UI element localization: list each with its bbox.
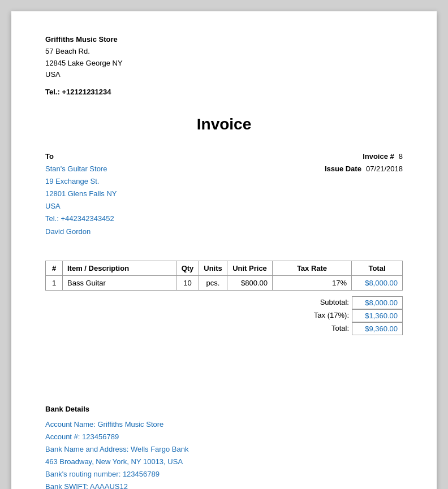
sender-address1: 57 Beach Rd. [45, 46, 403, 58]
invoice-title: Invoice [45, 115, 403, 133]
bank-account-num: Account #: 123456789 [45, 431, 403, 443]
total-value: $9,360.00 [352, 322, 403, 335]
subtotal-label: Subtotal: [307, 296, 352, 309]
tel-label: Tel.: [45, 88, 60, 96]
sender-info: Griffiths Music Store 57 Beach Rd. 12845… [45, 34, 403, 98]
bank-routing: Bank's routing number: 123456789 [45, 468, 403, 481]
recipient-address1: 19 Exchange St. [45, 177, 99, 185]
invoice-page: Griffiths Music Store 57 Beach Rd. 12845… [11, 11, 437, 489]
bank-account-name: Account Name: Griffiths Music Store [45, 418, 403, 431]
invoice-num-label: Invoice # [363, 150, 394, 163]
recipient-contact: David Gordon [45, 227, 91, 236]
col-hash: # [46, 261, 63, 275]
totals-section: Subtotal: $8,000.00 Tax (17%): $1,360.00… [45, 296, 403, 335]
col-item: Item / Description [63, 261, 176, 275]
issue-date-row: Issue Date 07/21/2018 [325, 163, 403, 175]
cell-qty: 10 [176, 275, 199, 290]
issue-date-value: 07/21/2018 [366, 163, 403, 175]
table-header-row: # Item / Description Qty Units Unit Pric… [46, 261, 403, 275]
subtotal-row: Subtotal: $8,000.00 [45, 296, 403, 309]
tax-value: $1,360.00 [352, 309, 403, 322]
sender-name: Griffiths Music Store [45, 34, 403, 46]
recipient-country: USA [45, 202, 61, 210]
bank-swift: Bank SWIFT: AAAAUS12 [45, 481, 403, 489]
invoice-table: # Item / Description Qty Units Unit Pric… [45, 261, 403, 291]
invoice-meta: Invoice # 8 Issue Date 07/21/2018 [325, 150, 403, 238]
cell-units: pcs. [199, 275, 227, 290]
subtotal-value: $8,000.00 [352, 296, 403, 309]
table-row: 1 Bass Guitar 10 pcs. $800.00 17% $8,000… [46, 275, 403, 290]
col-qty: Qty [176, 261, 199, 275]
col-tax-rate: Tax Rate [273, 261, 352, 275]
issue-date-label: Issue Date [325, 163, 361, 175]
bank-title: Bank Details [45, 403, 403, 416]
bank-name: Bank Name and Address: Wells Fargo Bank [45, 443, 403, 456]
col-unit-price: Unit Price [227, 261, 273, 275]
cell-tax-rate: 17% [273, 275, 352, 290]
recipient-name: Stan's Guitar Store [45, 165, 107, 173]
cell-unit-price: $800.00 [227, 275, 273, 290]
tax-row: Tax (17%): $1,360.00 [45, 309, 403, 322]
bank-details: Bank Details Account Name: Griffiths Mus… [45, 403, 403, 489]
col-units: Units [199, 261, 227, 275]
invoice-num-row: Invoice # 8 [325, 150, 403, 163]
tel-number: +12121231234 [62, 88, 111, 96]
sender-address2: 12845 Lake George NY [45, 58, 403, 70]
bank-address: 463 Broadway, New York, NY 10013, USA [45, 456, 403, 468]
col-total: Total [352, 261, 403, 275]
recipient-address2: 12801 Glens Falls NY [45, 189, 117, 198]
tax-label: Tax (17%): [307, 309, 352, 322]
sender-country: USA [45, 69, 403, 81]
total-label: Total: [307, 322, 352, 335]
invoice-num-value: 8 [399, 150, 403, 163]
recipient-tel: Tel.: +442342343452 [45, 214, 114, 223]
total-row: Total: $9,360.00 [45, 322, 403, 335]
sender-tel: Tel.: +12121231234 [45, 86, 403, 98]
to-label: To [45, 152, 54, 161]
billing-to: To Stan's Guitar Store 19 Exchange St. 1… [45, 150, 117, 238]
cell-total: $8,000.00 [352, 275, 403, 290]
cell-item: Bass Guitar [63, 275, 176, 290]
cell-num: 1 [46, 275, 63, 290]
billing-section: To Stan's Guitar Store 19 Exchange St. 1… [45, 150, 403, 238]
